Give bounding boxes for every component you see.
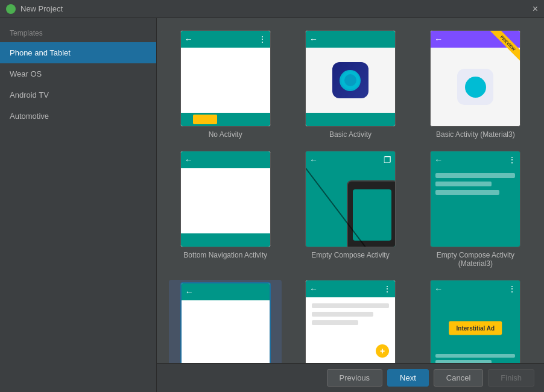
window-title: New Project (21, 4, 63, 13)
template-thumb-empty-compose: ← ❐ (305, 151, 396, 247)
sidebar-header: Templates (0, 24, 156, 42)
previous-button[interactable]: Previous (327, 369, 383, 387)
template-empty-compose-m3[interactable]: ← ⋮ Empty Compose Activity (Material3) (419, 151, 532, 268)
footer: Previous Next Cancel Finish (157, 363, 544, 392)
sidebar-item-automotive[interactable]: Automotive (0, 106, 156, 127)
title-bar: New Project × (0, 0, 544, 18)
template-thumb-basic-m3: ← PREVIEW (430, 30, 520, 127)
template-grid: ← ⋮ No Activity (169, 30, 532, 363)
template-fullscreen[interactable]: ← ⋮ + Fullscreen Activity (294, 280, 406, 363)
app-icon (6, 4, 16, 14)
main-container: Templates Phone and Tablet Wear OS Andro… (0, 18, 544, 392)
template-basic-activity[interactable]: ← Basic Activity (294, 30, 406, 139)
template-no-activity[interactable]: ← ⋮ No Activity (169, 30, 282, 139)
next-button[interactable]: Next (387, 369, 429, 387)
back-arrow-icon: ← (185, 34, 193, 44)
template-google-admob[interactable]: ← ⋮ Interstitial Ad Google AdMob Ads Act… (419, 280, 532, 363)
sidebar-item-android-tv[interactable]: Android TV (0, 84, 156, 106)
template-thumb-bottom-nav: ← (180, 151, 271, 247)
svg-line-0 (306, 168, 366, 247)
content-area: ← ⋮ No Activity (157, 18, 544, 392)
template-label-basic-m3: Basic Activity (Material3) (436, 130, 515, 139)
menu-dots-icon: ⋮ (258, 34, 267, 44)
template-thumb-basic-activity: ← (305, 30, 396, 127)
template-label-empty-compose-m3: Empty Compose Activity (Material3) (419, 251, 532, 268)
template-basic-m3[interactable]: ← PREVIEW Basic Activity (Material3) (419, 30, 532, 139)
template-grid-area: ← ⋮ No Activity (157, 18, 544, 363)
finish-button[interactable]: Finish (488, 369, 534, 387)
interstitial-ad-badge: Interstitial Ad (449, 321, 502, 335)
template-thumb-fullscreen: ← ⋮ + (305, 280, 396, 363)
template-thumb-empty-activity: ← (180, 282, 271, 363)
template-empty-activity[interactable]: ← Empty Activity (169, 280, 282, 363)
close-button[interactable]: × (533, 4, 538, 14)
template-label-basic-activity: Basic Activity (329, 130, 372, 139)
back-arrow-icon: ← (309, 34, 318, 44)
sidebar: Templates Phone and Tablet Wear OS Andro… (0, 18, 157, 392)
template-empty-compose[interactable]: ← ❐ Empty Compose Activity (294, 151, 406, 268)
template-thumb-google-admob: ← ⋮ Interstitial Ad (430, 280, 520, 363)
sidebar-item-wear-os[interactable]: Wear OS (0, 63, 156, 84)
sidebar-item-phone-tablet[interactable]: Phone and Tablet (0, 42, 156, 63)
template-label-bottom-nav: Bottom Navigation Activity (183, 251, 267, 259)
template-label-no-activity: No Activity (209, 130, 242, 139)
template-thumb-no-activity: ← ⋮ (180, 30, 271, 127)
diagonal-svg (306, 151, 395, 247)
template-bottom-nav[interactable]: ← Bottom Navigation Activity (169, 151, 282, 268)
template-thumb-empty-compose-m3: ← ⋮ (430, 151, 520, 247)
cancel-button[interactable]: Cancel (434, 369, 483, 387)
template-label-empty-compose: Empty Compose Activity (311, 251, 389, 259)
